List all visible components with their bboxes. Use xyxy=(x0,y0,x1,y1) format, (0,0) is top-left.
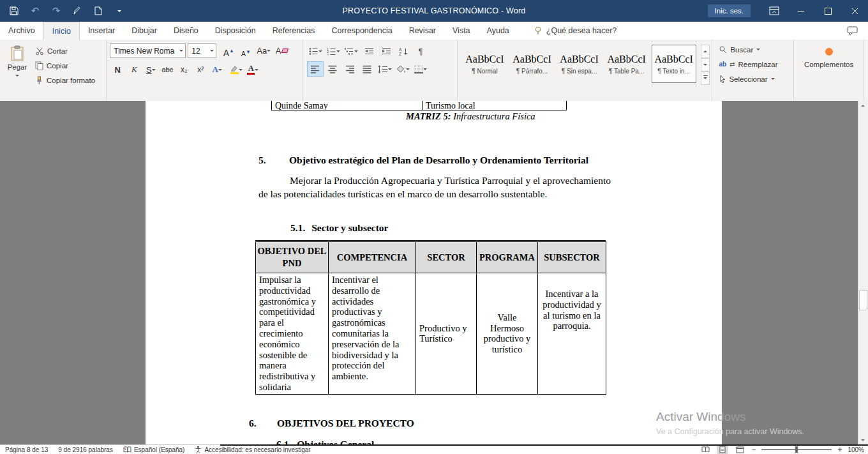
numbering-button[interactable]: 123 xyxy=(326,44,341,58)
cell-competencia[interactable]: Incentivar el desarrollo de actividades … xyxy=(329,273,416,395)
zoom-slider[interactable] xyxy=(761,449,832,450)
header-programa[interactable]: PROGRAMA xyxy=(477,242,538,273)
vertical-scrollbar[interactable] xyxy=(858,101,868,445)
font-size-combo[interactable]: 12 xyxy=(188,43,216,58)
read-mode-button[interactable] xyxy=(700,446,711,454)
italic-button[interactable]: K xyxy=(126,63,142,77)
tab-disposicion[interactable]: Disposición xyxy=(207,22,264,40)
borders-button[interactable] xyxy=(413,62,428,76)
bullets-button[interactable] xyxy=(308,44,324,58)
tell-me-box[interactable]: ¿Qué desea hacer? xyxy=(534,22,617,40)
print-layout-button[interactable] xyxy=(717,446,728,454)
sector-table[interactable]: OBJETIVO DEL PND COMPETENCIA SECTOR PROG… xyxy=(255,241,606,395)
cell-programa[interactable]: Valle Hermoso productivo y turístico xyxy=(477,273,538,395)
undo-icon[interactable]: ↶ xyxy=(29,4,41,17)
text-effects-button[interactable]: A xyxy=(209,63,225,77)
multilevel-list-button[interactable] xyxy=(343,44,359,58)
tab-insertar[interactable]: Insertar xyxy=(80,22,123,40)
justify-button[interactable] xyxy=(359,62,375,76)
decrease-indent-button[interactable] xyxy=(361,44,377,58)
style-parrafo[interactable]: AaBbCcI ¶ Párrafo... xyxy=(509,45,554,83)
save-icon[interactable] xyxy=(8,4,20,17)
change-case-button[interactable]: Aa xyxy=(255,44,272,57)
replace-button[interactable]: ab ⇄ Reemplazar xyxy=(714,57,791,72)
tab-diseno[interactable]: Diseño xyxy=(165,22,207,40)
sign-in-button[interactable]: Inic. ses. xyxy=(708,4,751,17)
matriz5-table-row[interactable]: Quinde Samay Turismo local xyxy=(271,101,567,110)
header-sector[interactable]: SECTOR xyxy=(416,242,477,273)
page-indicator[interactable]: Página 8 de 13 xyxy=(5,446,48,453)
find-button[interactable]: Buscar xyxy=(714,42,791,57)
zoom-in-button[interactable]: + xyxy=(837,446,842,453)
tab-archivo[interactable]: Archivo xyxy=(0,22,43,40)
align-left-button[interactable] xyxy=(308,62,323,76)
tab-revisar[interactable]: Revisar xyxy=(401,22,444,40)
cell-objetivo-pnd[interactable]: Impulsar la productividad gastronómica y… xyxy=(256,273,329,395)
tab-dibujar[interactable]: Dibujar xyxy=(123,22,165,40)
styles-scroll-down-icon[interactable] xyxy=(701,58,710,72)
minimize-button[interactable] xyxy=(788,0,814,22)
comments-button[interactable] xyxy=(847,22,868,40)
word-count[interactable]: 9 de 2916 palabras xyxy=(58,446,113,453)
new-document-icon[interactable] xyxy=(92,4,105,17)
web-layout-button[interactable] xyxy=(734,446,745,454)
subscript-button[interactable]: x₂ xyxy=(176,63,191,77)
style-sin-espacio[interactable]: AaBbCcI ¶ Sin espa... xyxy=(557,45,602,83)
tab-correspondencia[interactable]: Correspondencia xyxy=(323,22,400,40)
align-right-button[interactable] xyxy=(342,62,357,76)
body-paragraph[interactable]: Mejorar la Producción Agropecuaria y Tur… xyxy=(258,174,611,201)
styles-scroll-up-icon[interactable] xyxy=(701,45,710,58)
strikethrough-button[interactable]: abc xyxy=(160,63,175,77)
header-subsector[interactable]: SUBSECTOR xyxy=(538,242,606,273)
matriz5-cell-right[interactable]: Turismo local xyxy=(423,101,567,110)
format-painter-button[interactable]: Copiar formato xyxy=(33,73,98,87)
cell-sector[interactable]: Productivo y Turístico xyxy=(416,273,477,395)
cut-button[interactable]: Cortar xyxy=(33,44,98,57)
ribbon-display-options-icon[interactable] xyxy=(761,0,788,22)
zoom-slider-thumb[interactable] xyxy=(795,446,798,453)
highlight-button[interactable] xyxy=(228,63,244,77)
scroll-up-icon[interactable] xyxy=(858,101,867,110)
heading-5[interactable]: 5.Objetivo estratégico del Plan de Desar… xyxy=(258,155,588,166)
font-color-button[interactable]: A xyxy=(245,63,260,77)
style-table-paragraph[interactable]: AaBbCcI ¶ Table Pa... xyxy=(604,45,649,83)
pilcrow-icon[interactable]: ¶ xyxy=(413,44,428,58)
style-texto-independiente[interactable]: AaBbCcI ¶ Texto in... xyxy=(652,45,696,83)
redo-icon[interactable]: ↷ xyxy=(50,4,63,17)
heading-6[interactable]: 6.OBJETIVOS DEL PROYECTO xyxy=(249,418,414,429)
style-normal[interactable]: AaBbCcI ¶ Normal xyxy=(462,45,507,83)
header-competencia[interactable]: COMPETENCIA xyxy=(329,242,416,273)
tab-ayuda[interactable]: Ayuda xyxy=(479,22,518,40)
line-spacing-button[interactable] xyxy=(377,62,393,76)
paste-button[interactable]: Pegar xyxy=(2,42,33,103)
zoom-percentage[interactable]: 100% xyxy=(848,446,864,453)
addins-button[interactable]: Complementos xyxy=(796,42,862,68)
copy-button[interactable]: Copiar xyxy=(33,59,98,72)
customize-qat-icon[interactable] xyxy=(113,4,126,17)
underline-button[interactable]: S xyxy=(143,63,158,77)
shading-button[interactable] xyxy=(395,62,411,76)
shrink-font-button[interactable]: A▼ xyxy=(238,44,253,57)
tab-vista[interactable]: Vista xyxy=(444,22,479,40)
heading-5-1[interactable]: 5.1.Sector y subsector xyxy=(290,222,389,234)
accessibility-status[interactable]: Accesibilidad: es necesario investigar xyxy=(195,446,310,453)
scroll-down-icon[interactable] xyxy=(858,435,867,445)
close-button[interactable] xyxy=(841,0,868,22)
header-objetivo-pnd[interactable]: OBJETIVO DEL PND xyxy=(256,242,329,273)
maximize-button[interactable] xyxy=(814,0,841,22)
increase-indent-button[interactable] xyxy=(378,44,394,58)
cell-subsector[interactable]: Incentivar a la productividad y al turis… xyxy=(538,273,606,395)
align-center-button[interactable] xyxy=(325,62,340,76)
bold-button[interactable]: N xyxy=(110,63,125,77)
clear-formatting-button[interactable]: A xyxy=(274,44,289,57)
draw-pen-icon[interactable] xyxy=(71,4,84,17)
language-indicator[interactable]: Español (España) xyxy=(123,446,185,453)
tab-inicio[interactable]: Inicio xyxy=(43,22,80,40)
select-button[interactable]: Seleccionar xyxy=(714,72,791,86)
superscript-button[interactable]: x² xyxy=(193,63,208,77)
styles-gallery-more-icon[interactable] xyxy=(701,72,710,85)
tab-referencias[interactable]: Referencias xyxy=(264,22,324,40)
table-caption[interactable]: MATRIZ 5: Infraestructura Física xyxy=(406,111,535,122)
document-page[interactable]: Quinde Samay Turismo local MATRIZ 5: Inf… xyxy=(146,101,722,445)
sort-button[interactable]: AZ xyxy=(396,44,411,58)
